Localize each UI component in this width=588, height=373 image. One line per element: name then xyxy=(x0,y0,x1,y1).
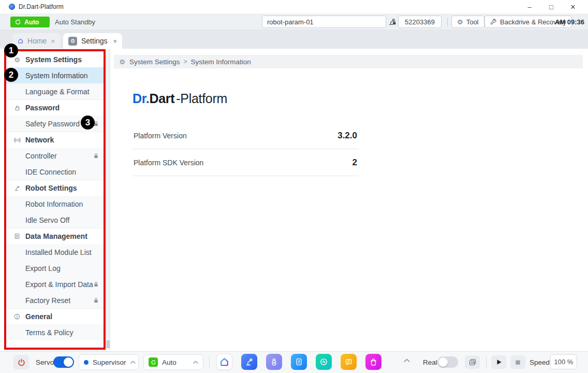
sidebar-scrollbar-thumb[interactable] xyxy=(106,340,110,348)
platform-version-value: 3.2.0 xyxy=(337,131,357,141)
platform-version-row: Platform Version 3.2.0 xyxy=(133,122,358,149)
toolbar-divider xyxy=(209,356,210,368)
sidebar-item-factory-reset[interactable]: Factory Reset xyxy=(6,292,105,308)
stop-icon xyxy=(515,360,521,365)
speed-label: Speed xyxy=(530,352,550,372)
dock-message-icon[interactable] xyxy=(341,354,357,370)
tab-label: Settings xyxy=(81,37,108,45)
breadcrumb-root[interactable]: System Settings xyxy=(129,58,180,66)
servo-toggle[interactable] xyxy=(53,356,74,368)
dock-monitoring-icon[interactable] xyxy=(316,354,332,370)
sidebar-item-controller[interactable]: Controller xyxy=(6,148,105,164)
dock-collapse-chevron-icon[interactable] xyxy=(404,358,410,362)
sidebar-section-general: General xyxy=(6,308,105,324)
chevron-up-icon xyxy=(193,361,198,364)
robot-lock-icon xyxy=(388,17,396,26)
main-area: ⚙ System Settings System Information Lan… xyxy=(0,49,588,351)
role-status-dot xyxy=(84,360,89,365)
gear-icon: ⚙ xyxy=(119,59,126,65)
lock-icon xyxy=(93,281,99,287)
sidebar-item-installed-module-list[interactable]: Installed Module List xyxy=(6,244,105,260)
gear-icon: ⚙ xyxy=(13,56,21,63)
maximize-button[interactable]: □ xyxy=(540,0,562,13)
stop-button[interactable] xyxy=(510,355,525,369)
version-info-list: Platform Version 3.2.0 Platform SDK Vers… xyxy=(133,122,358,176)
sidebar-item-idle-servo-off[interactable]: Idle Servo Off xyxy=(6,212,105,228)
toolbar-divider xyxy=(447,18,448,26)
window-controls: – □ ✕ xyxy=(519,0,584,13)
mode-dropdown[interactable]: Auto xyxy=(143,354,203,370)
settings-sidebar: ⚙ System Settings System Information Lan… xyxy=(6,51,105,340)
wrench-icon xyxy=(490,19,497,25)
sidebar-item-system-information[interactable]: System Information xyxy=(6,67,105,83)
title-bar: Dr.Dart-Platform – □ ✕ xyxy=(0,0,588,13)
svg-text:3D: 3D xyxy=(470,361,474,364)
tab-settings[interactable]: ⚙ Settings × xyxy=(63,33,122,49)
sidebar-item-language-format[interactable]: Language & Format xyxy=(6,83,105,99)
real-mode-toggle[interactable] xyxy=(437,356,458,368)
tool-button[interactable]: ⚙ Tool xyxy=(451,16,484,28)
sidebar-section-network: Network xyxy=(6,132,105,148)
sidebar-section-system-settings: ⚙ System Settings xyxy=(6,51,105,67)
tab-bar: Home × ⚙ Settings × xyxy=(0,30,588,49)
lock-icon xyxy=(93,153,99,159)
real-mode-label: Real xyxy=(423,352,437,372)
breadcrumb-current: System Information xyxy=(191,58,251,66)
dock-task-writer-icon[interactable] xyxy=(291,354,307,370)
home-icon xyxy=(18,37,23,45)
sidebar-section-password: Password xyxy=(6,99,105,116)
auto-cycle-icon xyxy=(14,19,21,25)
play-button[interactable] xyxy=(491,355,506,369)
close-tab-icon[interactable]: × xyxy=(113,37,117,45)
power-icon xyxy=(18,358,25,366)
tab-label: Home xyxy=(27,37,47,45)
auto-mode-icon xyxy=(149,357,158,367)
robot-arm-icon xyxy=(13,185,21,191)
role-dropdown[interactable]: Supervisor xyxy=(79,354,139,370)
document-icon xyxy=(13,233,21,239)
app-window: Dr.Dart-Platform – □ ✕ Auto Auto Standby… xyxy=(0,0,588,373)
robot-serial-field[interactable]: 52203369 xyxy=(398,16,442,28)
viewer-3d-button[interactable]: 3D xyxy=(465,355,480,369)
annotation-badge-2: 2 xyxy=(4,68,18,82)
broadcast-icon xyxy=(13,137,21,144)
bottom-toolbar: Servo Supervisor Auto xyxy=(0,351,588,373)
close-tab-icon[interactable]: × xyxy=(51,37,55,45)
3d-icon: 3D xyxy=(468,358,477,366)
sidebar-item-export-import-data[interactable]: Export & Import Data xyxy=(6,276,105,292)
sidebar-scrollbar-track[interactable] xyxy=(106,49,110,349)
sidebar-item-robot-information[interactable]: Robot Information xyxy=(6,196,105,212)
close-button[interactable]: ✕ xyxy=(562,0,584,13)
settings-gear-icon: ⚙ xyxy=(68,37,77,46)
breadcrumb: ⚙ System Settings > System Information xyxy=(114,55,583,68)
chevron-up-icon xyxy=(130,361,136,364)
mode-status-badge: Auto xyxy=(10,17,50,27)
servo-power-button[interactable] xyxy=(13,355,29,369)
tab-home[interactable]: Home × xyxy=(12,33,60,49)
sidebar-item-export-log[interactable]: Export Log xyxy=(6,260,105,276)
robot-param-input[interactable] xyxy=(262,16,386,28)
clock-text: AM 09:36 xyxy=(555,13,584,30)
info-icon xyxy=(13,313,21,320)
gear-icon: ⚙ xyxy=(457,18,463,26)
window-title: Dr.Dart-Platform xyxy=(19,3,64,10)
lock-icon xyxy=(93,297,99,303)
breadcrumb-separator: > xyxy=(184,58,187,65)
sidebar-section-data-management: Data Management xyxy=(6,228,105,244)
platform-sdk-version-value: 2 xyxy=(352,157,357,168)
sidebar-item-ide-connection[interactable]: IDE Connection xyxy=(6,164,105,180)
servo-label: Servo xyxy=(36,352,54,372)
dock-jog-pendant-icon[interactable] xyxy=(266,354,282,370)
dock-home-icon[interactable] xyxy=(216,354,232,370)
mode-badge-label: Auto xyxy=(24,19,39,26)
lock-icon xyxy=(13,105,21,111)
annotation-badge-1: 1 xyxy=(4,44,18,58)
dock-store-icon[interactable] xyxy=(365,354,381,370)
speed-value-field[interactable]: 100 % xyxy=(550,354,577,369)
sidebar-content-divider xyxy=(110,49,110,351)
minimize-button[interactable]: – xyxy=(519,0,540,13)
toolbar-divider xyxy=(486,356,487,368)
play-icon xyxy=(496,359,502,365)
sidebar-item-terms-policy[interactable]: Terms & Policy xyxy=(6,324,105,340)
dock-robot-arm-icon[interactable] xyxy=(241,354,257,370)
